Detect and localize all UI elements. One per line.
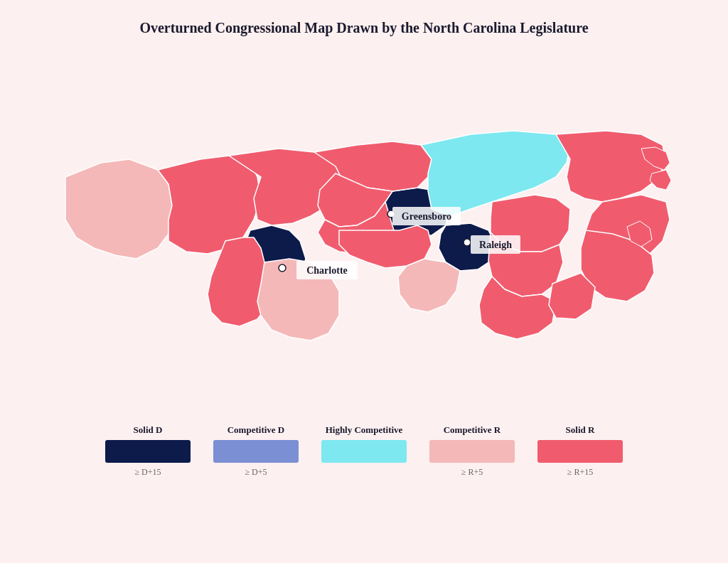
legend-solid-d: Solid D ≥ D+15	[105, 424, 191, 478]
legend-competitive-r-swatch	[429, 440, 515, 463]
legend-competitive-r-sublabel: ≥ R+5	[461, 467, 483, 478]
legend-competitive-r-label: Competitive R	[444, 424, 501, 436]
legend-highly-competitive: Highly Competitive	[321, 424, 407, 467]
map-container: Charlotte Greensboro Raleigh	[44, 49, 684, 397]
legend-solid-r-swatch	[537, 440, 623, 463]
legend-competitive-d-label: Competitive D	[228, 424, 285, 436]
charlotte-label: Charlotte	[306, 265, 348, 276]
legend-solid-r-label: Solid R	[566, 424, 595, 436]
legend-competitive-d: Competitive D ≥ D+5	[213, 424, 299, 478]
svg-point-4	[464, 239, 471, 246]
legend-solid-d-label: Solid D	[134, 424, 163, 436]
legend-container: Solid D ≥ D+15 Competitive D ≥ D+5 Highl…	[105, 424, 623, 478]
legend-highly-competitive-label: Highly Competitive	[326, 424, 403, 436]
legend-solid-r-sublabel: ≥ R+15	[567, 467, 593, 478]
legend-highly-competitive-swatch	[321, 440, 407, 463]
legend-competitive-d-swatch	[213, 440, 299, 463]
legend-solid-d-sublabel: ≥ D+15	[134, 467, 161, 478]
svg-point-0	[279, 264, 286, 272]
legend-competitive-r: Competitive R ≥ R+5	[429, 424, 515, 478]
page-container: Overturned Congressional Map Drawn by th…	[0, 0, 728, 563]
legend-solid-r: Solid R ≥ R+15	[537, 424, 623, 478]
raleigh-label: Raleigh	[479, 240, 512, 250]
page-title: Overturned Congressional Map Drawn by th…	[139, 20, 588, 36]
legend-competitive-d-sublabel: ≥ D+5	[245, 467, 267, 478]
greensboro-label: Greensboro	[402, 211, 451, 222]
legend-solid-d-swatch	[105, 440, 191, 463]
